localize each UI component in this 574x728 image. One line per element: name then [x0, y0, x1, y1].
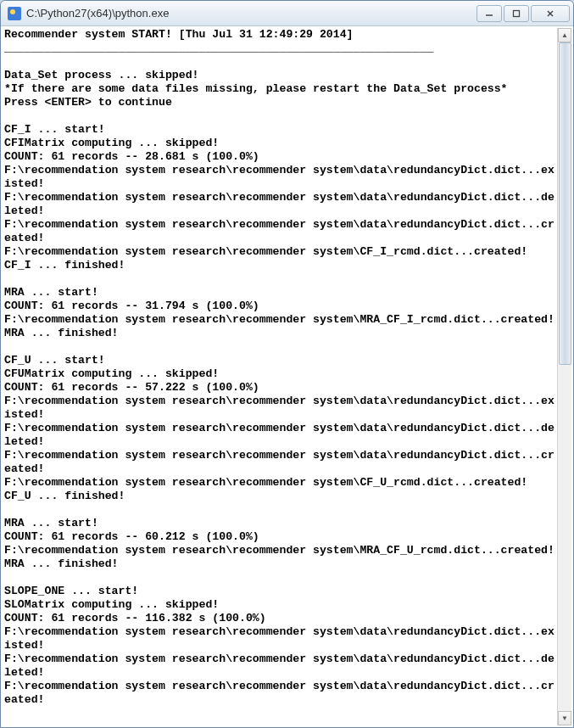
console-area: Recommender system START! [Thu Jul 31 12…: [1, 26, 573, 727]
scroll-track[interactable]: [558, 42, 571, 711]
vertical-scrollbar[interactable]: ▲ ▼: [557, 28, 571, 725]
svg-rect-1: [514, 10, 520, 16]
minimize-button[interactable]: [476, 5, 502, 22]
close-icon: [546, 9, 554, 18]
console-window: C:\Python27(x64)\python.exe Recommender …: [0, 0, 574, 728]
scroll-down-arrow[interactable]: ▼: [558, 711, 571, 725]
titlebar[interactable]: C:\Python27(x64)\python.exe: [1, 1, 573, 26]
python-app-icon: [8, 7, 21, 20]
scroll-up-arrow[interactable]: ▲: [558, 28, 571, 42]
maximize-icon: [512, 9, 521, 18]
window-title: C:\Python27(x64)\python.exe: [26, 7, 476, 20]
maximize-button[interactable]: [504, 5, 529, 22]
console-output[interactable]: Recommender system START! [Thu Jul 31 12…: [4, 28, 557, 725]
scroll-thumb[interactable]: [559, 42, 571, 365]
window-controls: [476, 5, 570, 22]
minimize-icon: [485, 9, 493, 18]
close-button[interactable]: [531, 5, 570, 22]
